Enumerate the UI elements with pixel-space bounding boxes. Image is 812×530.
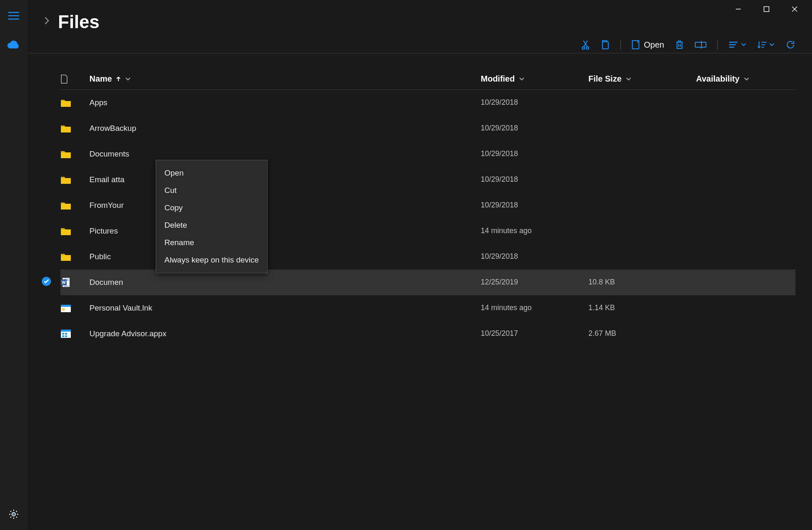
row-name: Upgrade Advisor.appx <box>89 329 481 338</box>
window-controls <box>731 0 812 17</box>
row-type-icon <box>60 303 89 313</box>
breadcrumb: Files <box>27 0 812 32</box>
sort-options-dropdown[interactable] <box>757 41 775 49</box>
row-type-icon <box>60 98 89 107</box>
table-row[interactable]: ArrowBackup10/29/2018 <box>60 116 795 141</box>
svg-point-1 <box>13 513 14 515</box>
main-area: Files Open <box>27 0 812 530</box>
svg-point-4 <box>586 47 589 49</box>
minimize-icon <box>735 6 741 12</box>
row-modified: 10/29/2018 <box>481 124 588 132</box>
chevron-down-icon <box>626 77 631 81</box>
settings-button[interactable] <box>0 504 27 524</box>
rename-icon <box>695 41 706 49</box>
row-type-icon <box>60 329 89 338</box>
hamburger-icon <box>8 12 19 20</box>
name-column-label: Name <box>89 74 112 84</box>
table-row[interactable]: Apps10/29/2018 <box>60 90 795 116</box>
row-type-icon <box>60 175 89 184</box>
row-type-icon <box>60 252 89 261</box>
close-button[interactable] <box>787 3 802 15</box>
svg-rect-2 <box>764 7 769 12</box>
trash-icon <box>675 40 684 50</box>
context-menu-cut[interactable]: Cut <box>156 182 267 199</box>
row-modified: 10/25/2017 <box>481 329 588 338</box>
availability-column-label: Availability <box>696 74 740 84</box>
maximize-icon <box>764 6 769 12</box>
chevron-down-icon <box>519 77 525 81</box>
context-menu: Open Cut Copy Delete Rename Always keep … <box>156 160 267 273</box>
minimize-button[interactable] <box>731 3 746 15</box>
context-menu-always-keep[interactable]: Always keep on this device <box>156 251 267 269</box>
page-title: Files <box>58 12 99 32</box>
row-name: Documen <box>89 278 481 287</box>
toolbar-divider <box>717 40 718 50</box>
context-menu-delete[interactable]: Delete <box>156 217 267 234</box>
svg-rect-18 <box>65 333 67 335</box>
svg-rect-5 <box>602 42 608 49</box>
modified-column-header[interactable]: Modified <box>481 74 588 84</box>
row-type-icon <box>60 124 89 133</box>
close-icon <box>792 6 798 12</box>
svg-rect-20 <box>65 335 67 337</box>
app-root: Files Open <box>0 0 812 530</box>
size-column-header[interactable]: File Size <box>588 74 696 84</box>
table-row[interactable]: Personal Vault.lnk14 minutes ago1.14 KB <box>60 295 795 321</box>
row-type-icon <box>60 149 89 159</box>
name-column-header[interactable]: Name <box>89 74 481 84</box>
sort-asc-icon <box>116 76 121 82</box>
rename-button[interactable] <box>695 41 706 49</box>
svg-point-3 <box>582 47 585 49</box>
size-column-label: File Size <box>588 74 622 84</box>
availability-column-header[interactable]: Availability <box>696 74 795 84</box>
row-modified: 12/25/2019 <box>481 278 588 287</box>
chevron-down-icon <box>744 77 749 81</box>
scissors-icon <box>581 40 590 50</box>
row-type-icon <box>60 226 89 236</box>
row-name: Apps <box>89 98 481 107</box>
row-modified: 10/29/2018 <box>481 201 588 210</box>
sort-icon <box>757 41 766 49</box>
context-menu-open[interactable]: Open <box>156 164 267 182</box>
row-modified: 10/29/2018 <box>481 149 588 158</box>
refresh-button[interactable] <box>785 40 795 50</box>
icon-column-header[interactable] <box>60 75 89 84</box>
context-menu-copy[interactable]: Copy <box>156 199 267 217</box>
open-icon <box>631 40 640 50</box>
chevron-down-icon <box>741 43 747 47</box>
open-button-label: Open <box>644 40 664 50</box>
row-modified: 10/29/2018 <box>481 98 588 107</box>
chevron-right-icon[interactable] <box>44 16 50 28</box>
refresh-icon <box>785 40 795 50</box>
toolbar-divider <box>620 40 621 50</box>
row-name: FromYour <box>89 201 481 210</box>
cut-button[interactable] <box>581 40 590 50</box>
delete-button[interactable] <box>675 40 684 50</box>
onedrive-button[interactable] <box>0 35 27 55</box>
svg-rect-13 <box>61 305 71 307</box>
gear-icon <box>8 509 19 520</box>
cloud-icon <box>7 40 20 49</box>
row-name: Personal Vault.lnk <box>89 304 481 313</box>
row-modified: 14 minutes ago <box>481 304 588 312</box>
chevron-down-icon <box>769 43 775 47</box>
modified-column-label: Modified <box>481 74 515 84</box>
row-type-icon <box>60 201 89 210</box>
selected-check-icon <box>41 276 51 288</box>
file-list: Name Modified File Size Availability A <box>27 53 812 530</box>
svg-rect-7 <box>695 42 706 47</box>
context-menu-rename[interactable]: Rename <box>156 234 267 251</box>
svg-rect-19 <box>62 335 64 337</box>
chevron-down-icon <box>125 77 131 81</box>
view-options-dropdown[interactable] <box>728 41 747 48</box>
column-headers: Name Modified File Size Availability <box>60 70 795 90</box>
row-modified: 14 minutes ago <box>481 226 588 235</box>
list-view-icon <box>728 41 738 48</box>
maximize-button[interactable] <box>759 3 774 15</box>
hamburger-button[interactable] <box>0 6 27 26</box>
sidebar <box>0 0 27 530</box>
copy-button[interactable] <box>600 40 610 50</box>
table-row[interactable]: Upgrade Advisor.appx10/25/20172.67 MB <box>60 321 795 347</box>
table-row[interactable]: WDocumen12/25/201910.8 KB <box>60 270 795 295</box>
open-button[interactable]: Open <box>631 40 664 50</box>
